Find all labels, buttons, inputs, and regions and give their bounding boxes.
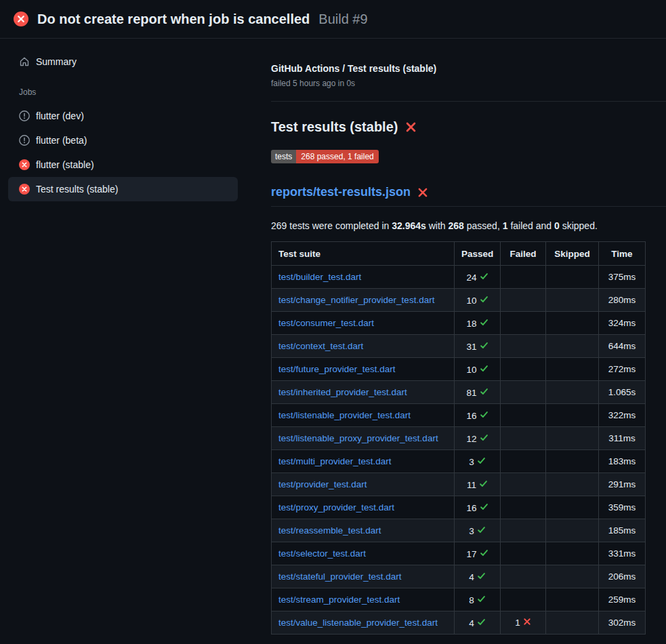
suite-time: 311ms [608, 433, 636, 443]
failed-cell: 1 [501, 611, 546, 635]
results-table-body: test/builder_test.dart24375mstest/change… [272, 266, 646, 635]
suite-time: 206ms [608, 571, 636, 582]
time-cell: 324ms [599, 312, 646, 335]
sidebar-item-summary[interactable]: Summary [8, 49, 238, 74]
badge-label: tests [271, 150, 296, 163]
suite-cell: test/inherited_provider_test.dart [272, 381, 455, 404]
check-icon [477, 595, 486, 603]
suite-time: 183ms [608, 456, 636, 466]
time-cell: 291ms [599, 473, 646, 496]
results-table: Test suite Passed Failed Skipped Time te… [271, 241, 646, 635]
check-icon [480, 341, 488, 350]
passed-count: 81 [466, 388, 476, 398]
passed-cell: 17 [455, 542, 501, 565]
passed-cell: 81 [455, 381, 501, 404]
summary-text: with [426, 220, 449, 231]
check-icon [479, 479, 488, 488]
passed-count: 18 [466, 319, 476, 329]
test-suite-link[interactable]: test/listenable_provider_test.dart [278, 410, 411, 420]
job-label: Test results (stable) [36, 184, 118, 195]
passed-count: 16 [466, 503, 476, 513]
failed-cell [501, 427, 546, 450]
test-suite-link[interactable]: test/reassemble_test.dart [278, 525, 381, 536]
column-header-skipped: Skipped [546, 242, 599, 266]
warning-icon [19, 110, 30, 121]
failed-cell [501, 496, 546, 519]
suite-cell: test/proxy_provider_test.dart [272, 496, 455, 519]
test-suite-link[interactable]: test/builder_test.dart [278, 272, 361, 282]
table-row: test/consumer_test.dart18324ms [272, 312, 646, 335]
test-suite-link[interactable]: test/listenable_proxy_provider_test.dart [278, 433, 438, 443]
table-row: test/provider_test.dart11291ms [272, 473, 646, 496]
cross-icon [523, 618, 531, 626]
passed-cell: 3 [455, 519, 501, 542]
skipped-cell [546, 266, 599, 289]
passed-cell: 8 [455, 588, 501, 611]
time-cell: 302ms [599, 611, 646, 635]
summary-skipped-count: 0 [554, 220, 560, 231]
failed-icon [19, 184, 30, 195]
suite-cell: test/multi_provider_test.dart [272, 450, 455, 473]
time-cell: 644ms [599, 335, 646, 358]
test-suite-link[interactable]: test/context_test.dart [278, 341, 363, 351]
failed-cell [501, 542, 546, 565]
test-suite-link[interactable]: test/inherited_provider_test.dart [278, 387, 407, 397]
run-meta: failed 5 hours ago in 0s [271, 79, 666, 88]
test-suite-link[interactable]: test/change_notifier_provider_test.dart [278, 295, 434, 305]
test-suite-link[interactable]: test/multi_provider_test.dart [278, 456, 392, 466]
table-row: test/listenable_provider_test.dart16322m… [272, 404, 646, 427]
sidebar-item-job-2[interactable]: flutter (stable) [8, 153, 238, 177]
passed-count: 4 [469, 618, 474, 628]
table-row: test/multi_provider_test.dart3183ms [272, 450, 646, 473]
test-suite-link[interactable]: test/stream_provider_test.dart [278, 595, 400, 605]
failed-cell [501, 450, 546, 473]
column-header-time: Time [599, 242, 646, 266]
test-suite-link[interactable]: test/provider_test.dart [278, 479, 367, 489]
test-suite-link[interactable]: test/proxy_provider_test.dart [278, 502, 394, 512]
table-header-row: Test suite Passed Failed Skipped Time [272, 242, 646, 266]
test-suite-link[interactable]: test/stateful_provider_test.dart [278, 571, 402, 582]
section-title-text: Test results (stable) [271, 119, 398, 135]
passed-count: 24 [466, 273, 476, 283]
check-icon [477, 618, 486, 626]
time-cell: 1.065s [599, 381, 646, 404]
run-header: Do not create report when job is cancell… [0, 0, 666, 39]
skipped-cell [546, 404, 599, 427]
sidebar-item-job-3[interactable]: Test results (stable) [8, 177, 238, 201]
time-cell: 322ms [599, 404, 646, 427]
table-row: test/builder_test.dart24375ms [272, 266, 646, 289]
job-label: flutter (stable) [36, 159, 94, 170]
jobs-section-label: Jobs [19, 87, 238, 97]
passed-cell: 4 [455, 611, 501, 635]
failed-status-icon [14, 12, 28, 26]
test-suite-link[interactable]: test/consumer_test.dart [278, 318, 374, 328]
test-suite-link[interactable]: test/value_listenable_provider_test.dart [278, 618, 438, 628]
test-suite-link[interactable]: test/selector_test.dart [278, 548, 366, 559]
skipped-cell [546, 496, 599, 519]
check-icon [480, 272, 488, 281]
suite-time: 375ms [608, 272, 636, 282]
tests-badge: tests 268 passed, 1 failed [271, 150, 379, 163]
suite-cell: test/stateful_provider_test.dart [272, 565, 455, 588]
passed-count: 4 [469, 572, 474, 582]
check-icon [480, 502, 488, 511]
tests-summary: 269 tests were completed in 32.964s with… [271, 220, 666, 231]
suite-time: 1.065s [608, 387, 636, 397]
table-row: test/stream_provider_test.dart8259ms [272, 588, 646, 611]
suite-cell: test/reassemble_test.dart [272, 519, 455, 542]
suite-time: 272ms [608, 364, 636, 374]
breadcrumb: GitHub Actions / Test results (stable) [271, 63, 666, 74]
suite-time: 322ms [608, 410, 636, 420]
skipped-cell [546, 358, 599, 381]
check-icon [480, 410, 488, 419]
failed-cell [501, 358, 546, 381]
passed-count: 17 [466, 549, 476, 559]
report-file-link[interactable]: reports/test-results.json [271, 185, 411, 199]
suite-cell: test/provider_test.dart [272, 473, 455, 496]
sidebar-item-job-0[interactable]: flutter (dev) [8, 104, 238, 128]
check-icon [477, 571, 486, 580]
sidebar-item-job-1[interactable]: flutter (beta) [8, 128, 238, 153]
test-suite-link[interactable]: test/future_provider_test.dart [278, 364, 396, 374]
table-row: test/future_provider_test.dart10272ms [272, 358, 646, 381]
column-header-failed: Failed [501, 242, 546, 266]
